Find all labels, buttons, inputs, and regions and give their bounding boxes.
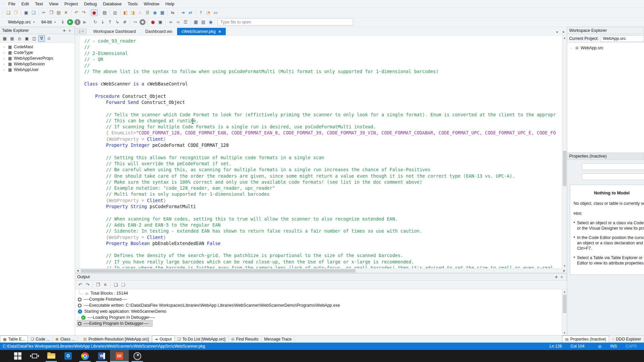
breakpoint-icon[interactable]: ● — [150, 19, 156, 25]
scroll-up-icon[interactable]: ▲ — [562, 289, 567, 294]
bottom-tab-message-trace[interactable]: Message Trace — [262, 336, 295, 343]
bottom-tab-find-results[interactable]: ◎Find Results — [228, 336, 261, 343]
undo-icon[interactable]: ↶ — [73, 9, 80, 16]
import-wizard-icon[interactable]: ➔ — [180, 9, 186, 16]
bottom-tab-table-e-[interactable]: ▦Table E... — [0, 336, 28, 343]
tab-cwebscanner-pkg[interactable]: cWebScanner.pkg✕ — [177, 28, 226, 35]
tab-workspace-dashboard[interactable]: Workspace Dashboard — [89, 28, 141, 35]
output-row[interactable]: ›▸----Loading Program In Debugger---- — [77, 314, 158, 320]
task-view-button[interactable] — [26, 350, 43, 362]
chevron-right-icon[interactable]: › — [3, 51, 6, 55]
editor-group-handle[interactable]: ∥✕ — [76, 28, 87, 35]
menu-file[interactable]: File — [5, 1, 18, 7]
output-row[interactable]: iStarting web application: WebScannerDem… — [77, 308, 170, 314]
call-stack-icon[interactable]: ↪ — [132, 19, 139, 25]
scroll-right-icon[interactable]: ▶ — [562, 268, 567, 273]
project-selector[interactable]: WebApp.src▾ — [5, 18, 37, 25]
table-grid-icon[interactable]: ▦ — [193, 19, 199, 25]
menu-view[interactable]: View — [46, 1, 61, 7]
editor-close-icon[interactable]: ✕ — [560, 30, 567, 35]
save-icon[interactable]: ▣ — [23, 9, 30, 16]
bottom-tab-properties-inactive-[interactable]: ▤Properties (Inactive) — [562, 336, 609, 343]
bottom-tab-class-[interactable]: ◉Class ... — [53, 336, 78, 343]
scrollbar-thumb[interactable] — [563, 151, 567, 186]
code-explorer-icon[interactable]: ☰ — [144, 9, 151, 16]
table-relations-icon[interactable]: ◫ — [31, 35, 38, 42]
bottom-tab-output[interactable]: ➔Output — [152, 336, 175, 343]
table-item-codetype[interactable]: ›▦CodeType — [0, 50, 75, 55]
bottom-tab-code-[interactable]: ❏Code ... — [28, 336, 53, 343]
next-message-icon[interactable]: ↷ — [84, 282, 91, 288]
code-editor[interactable]: // - code_93_reader//// 2-Dimensional// … — [75, 36, 567, 268]
stop-debug-icon[interactable]: ◼ — [140, 19, 146, 25]
run-icon[interactable]: ▶ — [67, 19, 73, 25]
menu-help[interactable]: Help — [162, 1, 177, 7]
dashboard-icon[interactable]: ◨ — [129, 9, 136, 16]
tab-list-chevron-icon[interactable]: ▾ — [554, 30, 560, 35]
print-icon[interactable]: ▤ — [101, 9, 108, 16]
bottom-tab-ddo-explorer[interactable]: ∴DDO Explorer — [609, 336, 644, 343]
redo-icon[interactable]: ↷ — [80, 9, 87, 16]
chevron-right-icon[interactable]: › — [571, 46, 573, 50]
scroll-left-icon[interactable]: ◀ — [75, 268, 80, 273]
scrollbar-thumb[interactable] — [563, 295, 567, 313]
editor-vertical-scrollbar[interactable]: ▲ ▼ — [562, 36, 567, 268]
table-item-webappuser[interactable]: ›▦WebAppUser — [0, 67, 75, 72]
scroll-down-icon[interactable]: ▼ — [562, 263, 567, 268]
chevron-right-icon[interactable]: › — [3, 45, 6, 49]
paste-icon[interactable]: ▤ — [55, 9, 62, 16]
database-ops-icon[interactable]: ⊙ — [46, 35, 52, 42]
browse-web-icon[interactable]: ▣ — [157, 19, 164, 25]
clear-icon[interactable]: ✕ — [102, 282, 109, 288]
copy-selected-icon[interactable]: ❑ — [120, 282, 126, 288]
output-row[interactable]: ----Executable written: C:\Data\DataFlex… — [77, 302, 343, 308]
previous-message-icon[interactable]: ↶ — [77, 282, 84, 288]
compile-icon[interactable]: ⇓ — [59, 19, 66, 25]
debug-restart-icon[interactable]: ↻ — [92, 19, 99, 25]
find-table-icon[interactable]: ◎ — [16, 35, 23, 42]
editor-horizontal-scrollbar[interactable]: ◀ ▶ — [75, 268, 567, 273]
table-item-webappserverprops[interactable]: ›▦WebAppServerProps — [0, 55, 75, 61]
workspace-root-item[interactable]: › ⊕ WebApp.src — [570, 45, 644, 51]
new-file-icon[interactable]: ❏ — [5, 9, 12, 16]
output-vertical-scrollbar[interactable]: ▲ ▼ — [562, 289, 567, 335]
switch-source-icon[interactable]: ⇆ — [169, 9, 176, 16]
table-item-codemast[interactable]: ›▦CodeMast — [0, 44, 75, 50]
scrollbar-thumb[interactable] — [81, 269, 356, 273]
dataflex-button[interactable]: DF — [110, 350, 129, 362]
copy-all-icon[interactable]: ❑ — [112, 282, 119, 288]
obs-button[interactable] — [129, 350, 146, 362]
copy-icon[interactable]: ❐ — [95, 282, 101, 288]
output-row[interactable]: ▷Total Blocks : 15144 — [77, 290, 131, 296]
delete-icon[interactable]: ✕ — [63, 9, 69, 16]
ddo-explorer-icon[interactable]: ∴ — [137, 9, 144, 16]
run-secondary-icon[interactable]: ▶ — [82, 19, 88, 25]
panels-icon[interactable]: ▭ — [212, 9, 219, 16]
file-explorer-button[interactable] — [43, 350, 60, 362]
step-into-icon[interactable]: ↓ — [99, 19, 106, 25]
menu-project[interactable]: Project — [61, 1, 81, 7]
tab-dashboard-wo[interactable]: Dashboard.wo — [141, 28, 177, 35]
visual-designer-icon[interactable]: ◧ — [122, 9, 129, 16]
chevron-right-icon[interactable]: › — [3, 68, 6, 72]
table-viewer-icon[interactable]: ▦ — [159, 9, 166, 16]
object-selector[interactable] — [582, 163, 644, 170]
scroll-up-icon[interactable]: ▲ — [562, 36, 567, 40]
close-icon[interactable]: ✕ — [67, 29, 72, 33]
file-open-input[interactable] — [218, 18, 353, 25]
find-in-files-icon[interactable]: ∞ — [175, 19, 181, 25]
menu-text[interactable]: Text — [32, 1, 46, 7]
filter-icon[interactable]: ∇ — [38, 35, 45, 42]
report-wizard-icon[interactable]: ▥ — [112, 9, 118, 16]
synchronize-icon[interactable]: ⇄ — [187, 9, 194, 16]
menu-edit[interactable]: Edit — [18, 1, 32, 7]
code-area[interactable]: // - code_93_reader//// 2-Dimensional// … — [79, 36, 562, 268]
word-button[interactable]: W — [93, 350, 110, 362]
menu-window[interactable]: Window — [141, 1, 162, 7]
find-icon[interactable]: ∞ — [167, 19, 174, 25]
record-macro-icon[interactable]: ● — [91, 9, 98, 16]
start-button[interactable] — [9, 350, 26, 362]
menu-database[interactable]: Database — [100, 1, 125, 7]
chevron-right-icon[interactable]: › — [3, 62, 6, 66]
save-all-icon[interactable]: ❑ — [30, 9, 37, 16]
